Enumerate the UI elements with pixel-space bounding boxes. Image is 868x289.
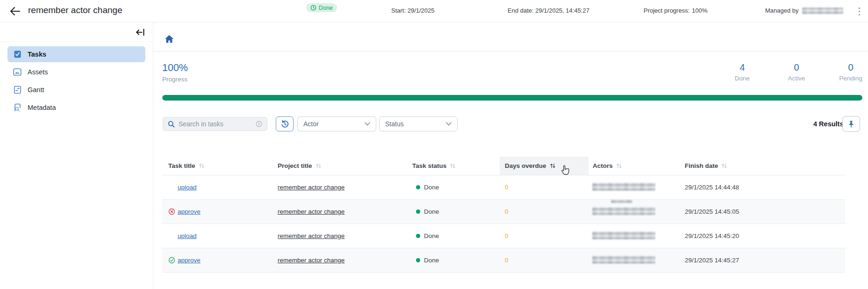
- project-progress-label: Project progress:100%: [644, 7, 708, 14]
- end-date-label: End date: 29/1/2025, 14:45:27: [508, 7, 589, 14]
- finish-date: 29/1/2025 14:45:20: [680, 232, 845, 239]
- info-icon: [256, 121, 262, 127]
- sidebar-item-metadata[interactable]: Metadata: [7, 100, 145, 116]
- column-header-days-overdue[interactable]: Days overdue: [500, 157, 588, 175]
- actor-filter-dropdown[interactable]: Actor: [297, 116, 376, 131]
- status-filter-label: Status: [385, 120, 404, 128]
- success-circle-icon: [168, 257, 178, 264]
- task-title-link[interactable]: upload: [178, 184, 197, 191]
- days-overdue-value: 0: [505, 184, 509, 191]
- table-header-row: Task title Project title Task status Day…: [162, 157, 845, 175]
- task-status: Done: [424, 257, 439, 264]
- progress-percent: 100%: [162, 62, 188, 74]
- sidebar-item-gantt[interactable]: Gantt: [7, 82, 145, 98]
- kebab-menu-icon[interactable]: [858, 7, 862, 15]
- progress-bar: [162, 95, 862, 101]
- task-title-link[interactable]: approve: [178, 208, 201, 215]
- progress-bar-fill: [162, 95, 862, 101]
- sidebar-item-tasks[interactable]: Tasks: [7, 46, 145, 62]
- actor-redacted-name: [592, 207, 655, 215]
- sidebar-item-assets[interactable]: Assets: [7, 64, 145, 80]
- chevron-down-icon: [446, 122, 452, 126]
- tasks-doc-check-icon: [13, 50, 22, 58]
- pin-button[interactable]: [842, 116, 860, 132]
- actor-filter-label: Actor: [303, 120, 319, 128]
- managed-by: Managed by: [765, 7, 843, 14]
- status-badge: Done: [306, 3, 337, 12]
- gantt-doc-icon: [13, 86, 22, 94]
- column-header-task-title[interactable]: Task title: [162, 157, 278, 175]
- project-title-link[interactable]: remember actor change: [278, 232, 344, 239]
- results-count: 4 Results: [813, 120, 843, 128]
- actor-redacted-name: [611, 200, 632, 203]
- status-filter-dropdown[interactable]: Status: [379, 116, 458, 131]
- sidebar: Tasks Assets Gantt Metadata: [0, 22, 153, 289]
- column-header-task-status[interactable]: Task status: [412, 157, 500, 175]
- days-overdue-value: 0: [505, 232, 509, 239]
- table-row: approve remember actor change Done 0 29/…: [162, 248, 845, 273]
- task-status: Done: [424, 232, 439, 239]
- stat-done-label: Done: [726, 75, 758, 82]
- start-date-label: Start: 29/1/2025: [391, 7, 435, 14]
- sort-icon[interactable]: [450, 163, 456, 169]
- sidebar-nav: Tasks Assets Gantt Metadata: [0, 42, 153, 116]
- actor-redacted-name: [592, 183, 655, 191]
- project-title-link[interactable]: remember actor change: [278, 257, 344, 264]
- collapse-sidebar-icon[interactable]: [135, 28, 145, 37]
- table-row: upload remember actor change Done 0 29/1…: [162, 224, 845, 248]
- stat-pending-value: 0: [835, 62, 867, 73]
- task-status: Done: [424, 184, 439, 191]
- sidebar-item-label: Metadata: [28, 104, 56, 111]
- stat-active: 0 Active: [781, 62, 812, 82]
- sort-icon[interactable]: [316, 163, 322, 169]
- sort-icon[interactable]: [550, 163, 556, 169]
- stat-done-value: 4: [726, 62, 758, 73]
- column-header-finish-date[interactable]: Finish date: [680, 157, 845, 175]
- page-title: remember actor change: [28, 5, 122, 15]
- status-dot-green: [416, 210, 420, 214]
- search-history-button[interactable]: [276, 116, 294, 131]
- column-header-project-title[interactable]: Project title: [278, 157, 412, 175]
- top-header-bar: remember actor change Done Start: 29/1/2…: [0, 0, 868, 22]
- column-header-actors[interactable]: Actors: [588, 157, 680, 175]
- status-dot-green: [416, 234, 420, 238]
- actor-redacted-name: [592, 256, 655, 264]
- task-title-link[interactable]: approve: [178, 257, 201, 264]
- project-progress-value: 100%: [692, 7, 707, 14]
- finish-date: 29/1/2025 14:45:27: [680, 257, 845, 264]
- history-icon: [280, 120, 289, 129]
- home-icon[interactable]: [165, 35, 174, 43]
- stat-pending-label: Pending: [835, 75, 867, 82]
- sort-icon[interactable]: [199, 163, 205, 169]
- status-badge-label: Done: [319, 5, 333, 11]
- search-input[interactable]: [179, 120, 252, 128]
- stat-pending: 0 Pending: [835, 62, 867, 82]
- image-icon: [13, 68, 22, 76]
- clock-icon: [310, 5, 316, 11]
- progress-label: Progress: [162, 76, 187, 83]
- pushpin-icon: [847, 120, 855, 128]
- status-dot-green: [416, 258, 420, 262]
- tasks-table: Task title Project title Task status Day…: [162, 157, 845, 273]
- actor-redacted-name: [592, 231, 655, 239]
- project-title-link[interactable]: remember actor change: [278, 184, 344, 191]
- table-body: upload remember actor change Done 0 29/1…: [162, 175, 845, 273]
- project-title-link[interactable]: remember actor change: [278, 208, 344, 215]
- table-row: approve remember actor change Done 0 29/…: [162, 200, 845, 224]
- managed-by-redacted-name: [802, 7, 843, 14]
- finish-date: 29/1/2025 14:44:48: [680, 184, 845, 191]
- task-title-link[interactable]: upload: [178, 232, 197, 239]
- back-arrow-icon[interactable]: [9, 6, 21, 16]
- finish-date: 29/1/2025 14:45:05: [680, 208, 845, 215]
- search-box: [163, 117, 267, 131]
- status-dot-green: [416, 185, 420, 189]
- sidebar-item-label: Gantt: [28, 86, 44, 94]
- stat-active-value: 0: [781, 62, 812, 73]
- days-overdue-value: 0: [505, 257, 509, 264]
- sort-icon[interactable]: [721, 163, 727, 169]
- doc-search-icon: [13, 103, 22, 112]
- table-row: upload remember actor change Done 0 29/1…: [162, 175, 845, 200]
- sort-icon[interactable]: [616, 163, 622, 169]
- stat-active-label: Active: [781, 75, 812, 82]
- sidebar-item-label: Assets: [28, 68, 48, 76]
